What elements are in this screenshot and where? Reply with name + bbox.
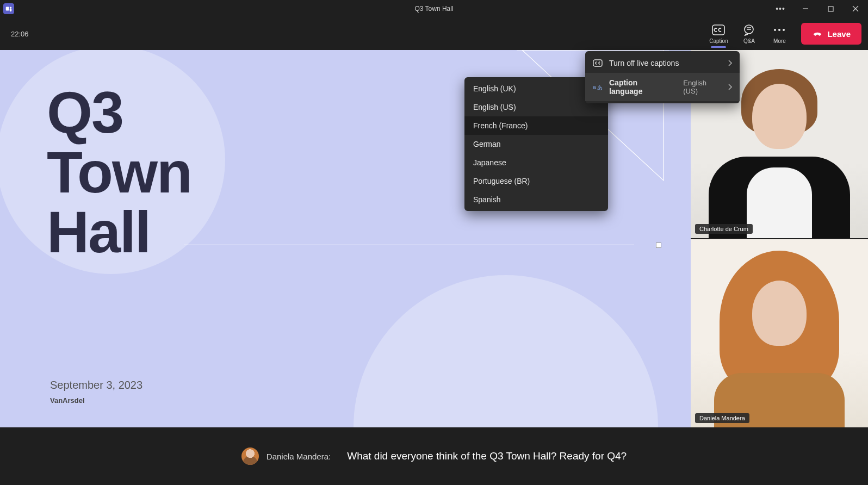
meeting-toolbar: 22:06 Caption Q&A More Leave <box>0 17 868 50</box>
slide-title-line: Q3 <box>47 83 191 142</box>
menu-item-label: Turn off live captions <box>609 59 721 67</box>
closed-caption-icon <box>593 59 603 67</box>
titlebar-more-button[interactable]: ••• <box>768 0 793 17</box>
qa-button[interactable]: Q&A <box>734 20 764 48</box>
menu-item-turn-off-captions[interactable]: Turn off live captions <box>585 53 740 73</box>
teams-app-icon <box>3 3 14 14</box>
closed-caption-icon <box>712 24 725 36</box>
hangup-icon <box>812 28 823 39</box>
translate-icon: aあ <box>593 83 603 91</box>
window-close-button[interactable] <box>843 0 868 17</box>
slide-title-line: Hall <box>47 202 191 262</box>
svg-rect-8 <box>593 60 602 66</box>
caption-speaker-name: Daniela Mandera: <box>266 452 331 461</box>
leave-button[interactable]: Leave <box>801 23 861 45</box>
slide-date: September 3, 2023 <box>50 379 142 391</box>
language-option[interactable]: Portuguese (BR) <box>464 172 608 190</box>
caption-button[interactable]: Caption <box>703 20 734 48</box>
svg-rect-2 <box>828 7 833 11</box>
svg-point-6 <box>778 29 780 31</box>
slide-brand: VanArsdel <box>50 396 85 405</box>
chevron-right-icon <box>728 84 732 90</box>
participant-name-label: Daniela Mandera <box>695 413 749 423</box>
window-titlebar: Q3 Town Hall ••• <box>0 0 868 17</box>
svg-point-5 <box>774 29 776 31</box>
slide-selection-handle <box>656 242 661 248</box>
svg-rect-0 <box>6 7 9 11</box>
menu-item-label: Caption language <box>609 78 670 96</box>
svg-text:a: a <box>593 84 596 90</box>
svg-point-7 <box>783 29 785 31</box>
more-icon <box>773 24 785 36</box>
slide-divider-line <box>184 245 634 245</box>
participant-name-label: Charlotte de Crum <box>695 224 753 234</box>
slide-title: Q3 Town Hall <box>47 83 191 262</box>
slide-title-line: Town <box>47 142 191 202</box>
window-minimize-button[interactable] <box>793 0 818 17</box>
speaker-avatar <box>241 447 259 465</box>
language-option[interactable]: German <box>464 135 608 153</box>
window-maximize-button[interactable] <box>818 0 843 17</box>
leave-button-label: Leave <box>827 29 851 39</box>
chevron-right-icon <box>728 60 732 66</box>
meeting-timer: 22:06 <box>11 30 29 38</box>
language-option[interactable]: French (France) <box>464 116 608 135</box>
qa-button-label: Q&A <box>743 38 755 44</box>
window-title: Q3 Town Hall <box>414 5 453 13</box>
meeting-stage: Q3 Town Hall September 3, 2023 VanArsdel… <box>0 50 868 485</box>
menu-item-value: English (US) <box>683 79 721 95</box>
menu-item-caption-language[interactable]: aあ Caption language English (US) <box>585 73 740 101</box>
more-button-label: More <box>773 38 786 44</box>
participant-strip: Charlotte de Crum Daniela Mandera <box>691 50 868 427</box>
live-caption-bar: Daniela Mandera: What did everyone think… <box>0 427 868 485</box>
caption-text: What did everyone think of the Q3 Town H… <box>347 450 627 462</box>
participant-tile[interactable]: Daniela Mandera <box>691 239 868 427</box>
language-option[interactable]: Spanish <box>464 190 608 209</box>
caption-settings-menu: Turn off live captions aあ Caption langua… <box>585 51 740 103</box>
more-button[interactable]: More <box>764 20 795 48</box>
chat-icon <box>743 24 755 36</box>
svg-text:あ: あ <box>597 84 603 90</box>
caption-button-label: Caption <box>709 38 728 44</box>
slide-decor-circle <box>354 275 658 427</box>
language-option[interactable]: Japanese <box>464 153 608 172</box>
svg-point-1 <box>10 7 12 9</box>
